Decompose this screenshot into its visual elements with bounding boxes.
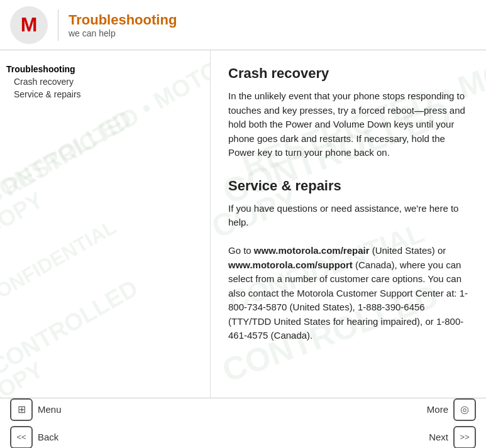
back-button[interactable]: << Back <box>10 426 58 449</box>
bottom-row-2: << Back Next >> <box>10 426 476 449</box>
header: M Troubleshooting we can help <box>0 0 486 50</box>
sidebar-item-troubleshooting[interactable]: Troubleshooting <box>6 63 204 75</box>
logo: M <box>10 6 48 44</box>
logo-letter: M <box>21 13 38 36</box>
sidebar-nav: Troubleshooting Crash recovery Service &… <box>6 63 204 101</box>
sidebar-watermark: RESTRICTED • MOTOROLA CO CONTROLLED COPY… <box>0 50 210 398</box>
more-label: More <box>427 404 448 415</box>
sidebar-item-service-repairs[interactable]: Service & repairs <box>6 88 204 101</box>
service-intro: If you have questions or need assistance… <box>228 203 458 228</box>
back-label: Back <box>38 432 58 442</box>
page-subtitle: we can help <box>69 28 177 38</box>
service-go-to: Go to <box>228 245 254 256</box>
service-repairs-body: If you have questions or need assistance… <box>228 202 468 343</box>
crash-recovery-body: In the unlikely event that your phone st… <box>228 89 468 160</box>
more-button[interactable]: More ◎ <box>427 398 476 421</box>
service-repairs-title: Service & repairs <box>228 178 468 194</box>
page-title: Troubleshooting <box>69 12 177 28</box>
back-icon: << <box>10 426 33 449</box>
motorola-support-link[interactable]: www.motorola.com/support <box>228 260 353 270</box>
menu-icon: ⊞ <box>10 398 33 421</box>
next-label: Next <box>429 432 448 442</box>
sidebar-item-crash-recovery[interactable]: Crash recovery <box>6 75 204 88</box>
next-button[interactable]: Next >> <box>429 426 476 449</box>
content-area: RESTRICTED • MOTOROLA CO CONTROLLED COPY… <box>211 50 486 398</box>
header-text: Troubleshooting we can help <box>69 12 177 38</box>
next-icon: >> <box>453 426 476 449</box>
crash-recovery-title: Crash recovery <box>228 65 468 82</box>
main-area: RESTRICTED • MOTOROLA CO CONTROLLED COPY… <box>0 50 486 398</box>
service-details: (Canada), where you can select from a nu… <box>228 260 468 341</box>
menu-button[interactable]: ⊞ Menu <box>10 398 62 421</box>
app-container: M Troubleshooting we can help RESTRICTED… <box>0 0 486 448</box>
bottom-bar: ⊞ Menu More ◎ << Back Next >> <box>0 398 486 448</box>
header-divider <box>58 9 58 41</box>
sidebar: RESTRICTED • MOTOROLA CO CONTROLLED COPY… <box>0 50 211 398</box>
motorola-repair-link[interactable]: www.motorola.com/repair <box>254 245 370 256</box>
more-icon: ◎ <box>453 398 476 421</box>
menu-label: Menu <box>38 404 62 415</box>
service-united-states: (United States) or <box>370 245 446 256</box>
bottom-row-1: ⊞ Menu More ◎ <box>10 398 476 421</box>
content-inner: Crash recovery In the unlikely event tha… <box>228 65 468 343</box>
